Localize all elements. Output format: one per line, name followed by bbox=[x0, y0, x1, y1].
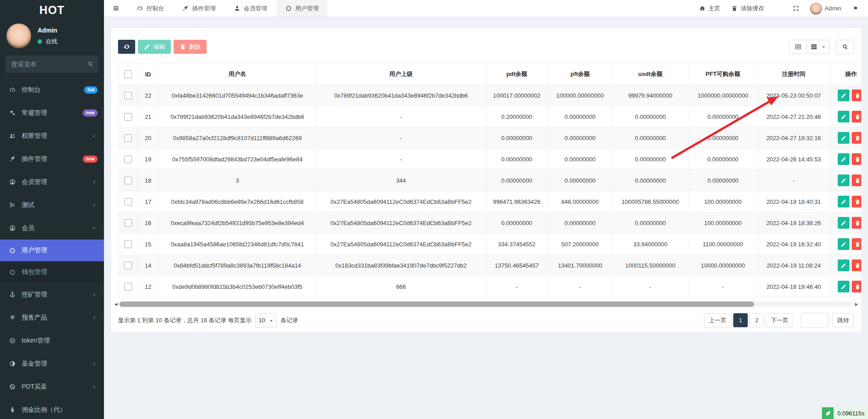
row-checkbox[interactable] bbox=[124, 262, 132, 269]
row-delete-button[interactable] bbox=[852, 217, 861, 229]
row-delete-button[interactable] bbox=[852, 174, 861, 186]
sidebar-item-auth[interactable]: 权限管理 bbox=[0, 124, 104, 147]
cell: 0.00000000 bbox=[548, 170, 613, 191]
columns-dropdown-button[interactable] bbox=[807, 40, 830, 54]
search-toggle-button[interactable] bbox=[836, 40, 854, 54]
table-row: 210x789f21dab93620b41da343e8946f2b7de342… bbox=[118, 106, 862, 127]
row-edit-button[interactable] bbox=[838, 89, 849, 101]
cell: 2022-04-19 18:38:26 bbox=[758, 212, 830, 234]
cell: 0x27Ea54805da6094112eC0d6374EdCb63aBbFF5… bbox=[316, 212, 486, 234]
row-edit-button[interactable] bbox=[838, 196, 849, 207]
select-all-checkbox[interactable] bbox=[124, 71, 132, 78]
page-jump-input[interactable] bbox=[801, 313, 829, 328]
delete-button[interactable]: 删除 bbox=[174, 40, 207, 54]
toggle-view-button[interactable] bbox=[789, 40, 807, 54]
row-checkbox[interactable] bbox=[124, 198, 132, 206]
sidebar-item-user-manage[interactable]: 用户管理 bbox=[0, 240, 104, 261]
row-delete-button[interactable] bbox=[852, 196, 861, 207]
row-checkbox-cell bbox=[118, 149, 138, 170]
tab-member[interactable]: 会员管理 bbox=[225, 0, 276, 17]
cell: 13401.70000000 bbox=[548, 255, 613, 276]
tab-console[interactable]: 控制台 bbox=[127, 0, 173, 17]
cell: - bbox=[316, 106, 486, 127]
page-button-2[interactable]: 2 bbox=[750, 313, 764, 327]
sidebar-item-mining[interactable]: 挖矿管理 bbox=[0, 283, 104, 306]
cell: - bbox=[758, 170, 830, 191]
sidebar-item-presale[interactable]: 预售产品 bbox=[0, 306, 104, 329]
row-checkbox[interactable] bbox=[124, 92, 132, 99]
row-edit-button[interactable] bbox=[838, 174, 849, 186]
cell: 19 bbox=[138, 149, 159, 170]
scroll-left-arrow-icon[interactable]: ◀ bbox=[114, 302, 118, 307]
clear-cache-link[interactable]: 清除缓存 bbox=[731, 5, 764, 13]
column-header: pdt余额 bbox=[486, 64, 548, 85]
row-edit-button[interactable] bbox=[838, 217, 849, 229]
sidebar-item-fund[interactable]: 基金管理 bbox=[0, 352, 104, 375]
sidebar-item-label: 会员管理 bbox=[22, 178, 91, 186]
sidebar-item-console[interactable]: 控制台hot bbox=[0, 78, 104, 101]
sidebar-item-token[interactable]: token管理 bbox=[0, 329, 104, 352]
row-delete-button[interactable] bbox=[852, 238, 861, 250]
row-checkbox[interactable] bbox=[124, 134, 132, 142]
home-icon bbox=[699, 5, 706, 12]
scrollbar-thumb[interactable] bbox=[119, 301, 754, 307]
row-delete-button[interactable] bbox=[852, 132, 861, 144]
row-checkbox-cell bbox=[118, 170, 138, 191]
cell: 17 bbox=[138, 191, 159, 212]
edit-button[interactable]: 编辑 bbox=[138, 40, 171, 54]
row-checkbox[interactable] bbox=[124, 177, 132, 184]
sidebar-item-wallet-manage[interactable]: 钱包管理 bbox=[0, 261, 104, 283]
scroll-right-arrow-icon[interactable]: ▶ bbox=[855, 302, 858, 307]
row-edit-button[interactable] bbox=[838, 153, 849, 165]
sidebar-item-general[interactable]: 常规管理new bbox=[0, 101, 104, 124]
row-delete-button[interactable] bbox=[852, 153, 861, 165]
next-page-button[interactable]: 下一页 bbox=[766, 313, 793, 327]
sidebar-item-addon[interactable]: 插件管理new bbox=[0, 147, 104, 170]
cell: - bbox=[486, 276, 548, 297]
sidebar-item-test[interactable]: 测试 bbox=[0, 193, 104, 217]
settings-gear-icon[interactable] bbox=[852, 5, 859, 12]
chevron-left-icon bbox=[91, 133, 98, 139]
tab-label: 插件管理 bbox=[192, 5, 216, 13]
status-badge: new bbox=[83, 109, 98, 117]
row-edit-button[interactable] bbox=[838, 259, 849, 271]
sidebar-item-member[interactable]: 会员 bbox=[0, 217, 104, 240]
tab-addon[interactable]: 插件管理 bbox=[173, 0, 225, 17]
column-header: usdt余额 bbox=[613, 64, 689, 85]
cell: 2022-04-26 14:45:53 bbox=[758, 149, 830, 170]
cell: 0x789f21dab93620b41da343e8946f2b7de342bd… bbox=[159, 106, 316, 127]
page-button-1[interactable]: 1 bbox=[733, 313, 748, 327]
tab-user-manage[interactable]: 用户管理 bbox=[276, 0, 328, 17]
row-checkbox[interactable] bbox=[124, 240, 132, 248]
sidebar-item-pdt[interactable]: PDT买卖 bbox=[0, 375, 104, 398]
prev-page-button[interactable]: 上一页 bbox=[704, 313, 731, 327]
chevron-down-icon bbox=[91, 226, 98, 231]
cell: 2022-04-19 16:32:40 bbox=[758, 234, 830, 255]
row-delete-button[interactable] bbox=[852, 259, 861, 271]
home-link[interactable]: 主页 bbox=[699, 5, 720, 13]
cell: 344 bbox=[316, 170, 486, 191]
row-checkbox[interactable] bbox=[124, 155, 132, 163]
cell: 0x84bfd51ddcf5f789a8c3893a7fb119f58c184a… bbox=[159, 255, 316, 276]
page-size-select[interactable]: 10 bbox=[255, 313, 277, 328]
row-delete-button[interactable] bbox=[852, 89, 861, 101]
language-switch-button[interactable] bbox=[775, 5, 782, 12]
row-delete-button[interactable] bbox=[852, 281, 861, 292]
row-checkbox[interactable] bbox=[124, 283, 132, 291]
row-edit-button[interactable] bbox=[838, 111, 849, 122]
page-jump-button[interactable]: 跳转 bbox=[832, 313, 854, 327]
sidebar-toggle-button[interactable] bbox=[104, 0, 127, 17]
row-checkbox[interactable] bbox=[124, 113, 132, 121]
sidebar-item-commission[interactable]: 佣金比例（代） bbox=[0, 398, 104, 419]
cell: - bbox=[689, 276, 758, 297]
row-edit-button[interactable] bbox=[838, 238, 849, 250]
menu-search-input[interactable] bbox=[5, 56, 99, 73]
user-menu[interactable]: Admin bbox=[810, 3, 841, 14]
row-delete-button[interactable] bbox=[852, 111, 861, 122]
refresh-button[interactable] bbox=[118, 40, 135, 54]
sidebar-item-member-admin[interactable]: 会员管理 bbox=[0, 170, 104, 193]
fullscreen-button[interactable] bbox=[793, 5, 799, 12]
row-checkbox[interactable] bbox=[124, 219, 132, 227]
row-edit-button[interactable] bbox=[838, 132, 849, 144]
row-edit-button[interactable] bbox=[838, 281, 849, 292]
